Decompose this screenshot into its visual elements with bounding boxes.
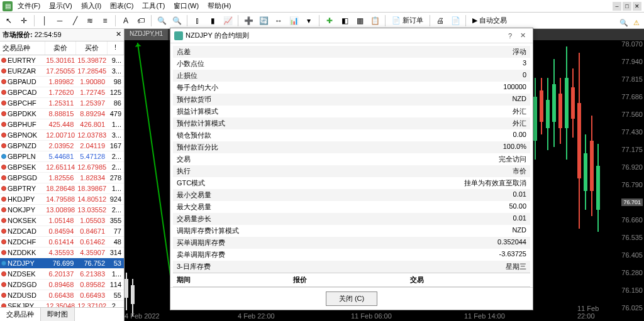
spec-row: 损益计算模式外汇 [173, 106, 530, 117]
symbol-row[interactable]: NZDSEK 6.20137 6.21383 1... [0, 269, 124, 280]
text-icon[interactable]: A [119, 14, 132, 27]
symbol-row[interactable]: GBPSEK 12.65114 12.67985 2... [0, 162, 124, 173]
dialog-close-icon[interactable]: ✕ [516, 31, 529, 40]
symbol-row[interactable]: EURTRY 15.30161 15.39872 9... [0, 55, 124, 66]
symbol-row[interactable]: GBPCHF 1.25311 1.25397 86 [0, 98, 124, 109]
spec-row: 最小交易量0.01 [173, 189, 530, 201]
symbol-row[interactable]: NZDSGD 0.89468 0.89582 114 [0, 280, 124, 290]
tab-tick[interactable]: 即时图 [41, 308, 75, 321]
crosshair-icon[interactable]: ✛ [18, 14, 30, 27]
spec-row: 点差浮动 [173, 46, 530, 58]
spec-row: 交易量步长0.01 [173, 213, 530, 225]
spec-row: 3-日库存费星期三 [173, 261, 530, 273]
label-icon[interactable]: 🏷 [135, 14, 147, 27]
symbol-row[interactable]: GBPAUD 1.89982 1.90080 98 [0, 77, 124, 87]
spec-row: 交易完全访问 [173, 153, 530, 165]
panel-close-icon[interactable]: ✕ [116, 30, 121, 40]
new-order-button[interactable]: 📄新订单 [389, 14, 426, 26]
vline-icon[interactable]: │ [38, 14, 51, 27]
symbol-row[interactable]: GBPHUF 425.448 426.801 1... [0, 119, 124, 130]
dialog-help-icon[interactable]: ? [504, 32, 516, 40]
symbol-row[interactable]: GBPPLN 5.44681 5.47128 2... [0, 151, 124, 162]
grid-icon[interactable]: ▦ [353, 14, 366, 27]
symbol-row[interactable]: NOKJPY 13.00898 13.03552 2... [0, 205, 124, 215]
symbol-row[interactable]: GBPCAD 1.72620 1.72745 125 [0, 87, 124, 98]
tab-symbols[interactable]: 交易品种 [0, 308, 41, 321]
symbol-row[interactable]: GBPDKK 8.88815 8.89294 479 [0, 109, 124, 119]
zoom-out-icon[interactable]: 🔍 [170, 14, 183, 27]
shift-icon[interactable]: ↔ [272, 14, 285, 27]
fibo-icon[interactable]: ≡ [99, 14, 111, 27]
spec-row: 最大交易量50.00 [173, 201, 530, 213]
dialog-title: NZDJPY 的合约细则 [186, 31, 504, 40]
dialog-icon [174, 31, 183, 40]
spec-row: 预付款计算模式外汇 [173, 117, 530, 129]
symbol-row[interactable]: NZDUSD 0.66438 0.66493 55 [0, 290, 124, 301]
symbol-row[interactable]: GBPTRY 18.28648 18.39867 1... [0, 183, 124, 194]
trendline-icon[interactable]: ╱ [69, 14, 81, 27]
close-icon[interactable]: ✕ [633, 2, 641, 11]
print-icon[interactable]: 🖨 [434, 14, 447, 27]
spec-row: GTC模式挂单为有效直至取消 [173, 177, 530, 189]
market-watch-title: 市场报价: [3, 31, 33, 38]
chart-bars-icon[interactable]: ⫿ [191, 14, 204, 27]
menu-item[interactable]: 工具(T) [138, 0, 169, 12]
menu-item[interactable]: 文件(F) [14, 0, 44, 12]
header-spread[interactable]: ! [108, 41, 124, 55]
market-watch-time: 22:54:59 [35, 31, 62, 38]
menu-item[interactable]: 插入(I) [77, 0, 105, 12]
autoscroll-icon[interactable]: 🔄 [257, 14, 270, 27]
menu-item[interactable]: 帮助(H) [204, 0, 235, 12]
maximize-icon[interactable]: □ [623, 2, 631, 11]
hline-icon[interactable]: ─ [53, 14, 66, 27]
window-controls: – □ ✕ [613, 2, 641, 11]
symbol-row[interactable]: EURZAR 17.25055 17.28545 3... [0, 66, 124, 77]
symbol-row[interactable]: NOKSEK 1.05148 1.05503 355 [0, 215, 124, 226]
plus-icon[interactable]: ✚ [323, 14, 336, 27]
indicators-icon[interactable]: 📊 [287, 14, 300, 27]
schedule-header: 期间 报价 交易 [173, 273, 530, 287]
spec-row: 调期库存费计算模式NZD [173, 225, 530, 237]
symbol-row[interactable]: SEKJPY 12.35048 12.37102 2... [0, 301, 124, 307]
add-icon[interactable]: ➕ [242, 14, 255, 27]
symbol-row[interactable]: GBPNZD 2.03952 2.04119 167 [0, 141, 124, 151]
symbol-row[interactable]: GBPNOK 12.00710 12.03783 3... [0, 130, 124, 141]
symbol-row[interactable]: GBPSGD 1.82556 1.82834 278 [0, 173, 124, 183]
minimize-icon[interactable]: – [613, 2, 621, 11]
chart-tab[interactable]: NZDJPY,H1 [125, 29, 169, 40]
data-icon[interactable]: ◧ [338, 14, 351, 27]
search-icon[interactable]: 🔍 [619, 18, 629, 28]
zoom-in-icon[interactable]: 🔍 [155, 14, 168, 27]
dialog-close-button[interactable]: 关闭 (C) [326, 291, 377, 306]
symbol-row[interactable]: NZDCAD 0.84594 0.84671 77 [0, 226, 124, 237]
symbol-row[interactable]: NZDDKK 4.35593 4.35907 314 [0, 248, 124, 258]
contract-spec-dialog: NZDJPY 的合约细则 ? ✕ 点差浮动小数点位3止损位0每手合约大小1000… [170, 28, 533, 310]
header-ask[interactable]: 买价 [76, 41, 108, 55]
menu-item[interactable]: 图表(C) [106, 0, 137, 12]
chart-line-icon[interactable]: 📈 [221, 14, 234, 27]
toolbar-1: ↖ ✛ │ ─ ╱ ≋ ≡ A 🏷 🔍 🔍 ⫿ ▮ 📈 ➕ 🔄 ↔ 📊 ▾ ✚ … [0, 13, 644, 29]
chart-x-axis: 4 Feb 20224 Feb 22:0011 Feb 06:0011 Feb … [125, 310, 614, 321]
app-icon: ▤ [3, 1, 13, 11]
symbol-row[interactable]: HKDJPY 14.79588 14.80512 924 [0, 194, 124, 205]
menubar: ▤ 文件(F)显示(V)插入(I)图表(C)工具(T)窗口(W)帮助(H) – … [0, 0, 644, 13]
header-bid[interactable]: 卖价 [45, 41, 77, 55]
autotrade-button[interactable]: ▶自动交易 [470, 14, 509, 26]
data2-icon[interactable]: 📋 [369, 14, 381, 27]
menu-item[interactable]: 显示(V) [45, 0, 76, 12]
templates-icon[interactable]: ▾ [303, 14, 315, 27]
spec-row: 买单调期库存费0.352044 [173, 237, 530, 249]
alert-icon[interactable]: ⚠ [631, 18, 641, 28]
spec-row: 预付款货币NZD [173, 94, 530, 106]
spec-row: 小数点位3 [173, 58, 530, 70]
market-watch-headers: 交易品种 卖价 买价 ! [0, 41, 124, 55]
menu-item[interactable]: 窗口(W) [170, 0, 203, 12]
symbol-row[interactable]: NZDJPY 76.699 76.752 53 [0, 258, 124, 269]
market-watch-rows: EURTRY 15.30161 15.39872 9... EURZAR 17.… [0, 55, 124, 307]
chart-candle-icon[interactable]: ▮ [206, 14, 219, 27]
channel-icon[interactable]: ≋ [84, 14, 96, 27]
symbol-row[interactable]: NZDCHF 0.61414 0.61462 48 [0, 237, 124, 248]
doc-icon[interactable]: 📄 [449, 14, 462, 27]
header-symbol[interactable]: 交易品种 [0, 41, 45, 55]
cursor-icon[interactable]: ↖ [3, 14, 15, 27]
